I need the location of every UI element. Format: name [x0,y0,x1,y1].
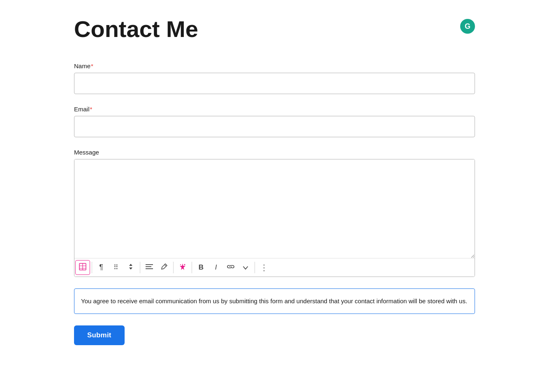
consent-box: You agree to receive email communication… [74,288,475,314]
header-row: Contact Me G [74,16,475,42]
move-icon [127,263,134,272]
svg-point-8 [184,264,185,265]
bold-btn[interactable]: B [194,260,208,275]
chevron-down-btn[interactable] [238,260,253,275]
sparkle-icon [179,263,186,272]
email-input[interactable] [74,116,475,137]
email-field-group: Email* [74,106,475,137]
italic-icon: I [215,263,217,272]
name-input[interactable] [74,73,475,94]
toolbar-divider-1 [92,262,92,273]
toolbar-divider-2 [140,262,140,273]
grammarly-icon[interactable]: G [460,19,475,34]
message-field-group: Message [74,149,475,277]
toolbar-divider-3 [173,262,174,273]
paragraph-btn[interactable]: ¶ [94,260,109,275]
editor-toolbar: ¶ ⠿ [74,258,475,277]
align-btn[interactable] [142,260,157,275]
bold-icon: B [199,263,204,272]
chevron-down-icon [243,264,248,271]
consent-text: You agree to receive email communication… [81,296,468,306]
paragraph-icon: ¶ [99,263,103,272]
message-label: Message [74,149,475,156]
ai-sparkle-btn[interactable] [175,260,190,275]
message-textarea[interactable] [74,159,475,258]
svg-line-7 [164,265,166,266]
link-btn[interactable] [223,260,238,275]
name-label: Name* [74,62,475,69]
link-icon [227,264,234,271]
toolbar-divider-5 [255,262,255,273]
toolbar-divider-4 [192,262,192,273]
marker-icon [160,263,168,272]
italic-btn[interactable]: I [208,260,223,275]
align-icon [146,264,153,271]
email-label: Email* [74,106,475,113]
email-required-star: * [90,106,93,113]
drag-icon: ⠿ [114,263,119,271]
page-container: Contact Me G Name* Email* Message [0,8,549,362]
marker-btn[interactable] [157,260,171,275]
name-required-star: * [91,62,93,69]
toolbar-group-table [75,260,90,275]
more-options-btn[interactable]: ⋮ [257,260,271,275]
message-wrapper: ¶ ⠿ [74,159,475,277]
more-icon: ⋮ [260,263,268,272]
name-field-group: Name* [74,62,475,94]
move-btn[interactable] [123,260,138,275]
table-icon [79,263,87,272]
drag-handle-btn[interactable]: ⠿ [109,260,123,275]
svg-point-9 [180,264,181,265]
submit-button[interactable]: Submit [74,325,125,345]
table-icon-btn[interactable] [75,260,90,275]
page-title: Contact Me [74,16,198,42]
